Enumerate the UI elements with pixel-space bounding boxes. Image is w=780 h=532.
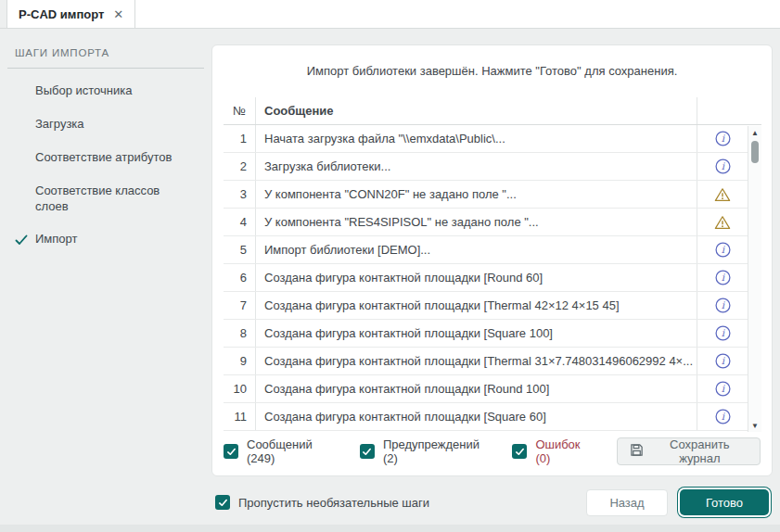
checkbox-checked-icon bbox=[215, 495, 230, 510]
vertical-scrollbar[interactable]: ▲ ▼ bbox=[748, 126, 761, 432]
warning-icon bbox=[714, 187, 731, 202]
row-status-cell bbox=[697, 209, 748, 235]
svg-text:i: i bbox=[721, 244, 725, 255]
row-number: 1 bbox=[224, 125, 256, 152]
sidebar-item-step-2[interactable]: Загрузка bbox=[15, 117, 202, 133]
sidebar-item-step-1[interactable]: Выбор источника bbox=[15, 83, 202, 99]
row-number: 10 bbox=[224, 375, 256, 402]
sidebar-item-step-4[interactable]: Соответствие классов слоев bbox=[15, 184, 202, 215]
table-row[interactable]: 2 Загрузка библиотеки... i bbox=[224, 153, 761, 181]
save-log-label: Сохранить журнал bbox=[652, 437, 748, 465]
window-bottom-edge bbox=[0, 525, 780, 532]
filter-label: Ошибок (0) bbox=[535, 437, 592, 465]
info-icon: i bbox=[715, 242, 731, 258]
filter-label: Предупреждений (2) bbox=[383, 437, 489, 465]
table-row[interactable]: 8 Создана фигура контактной площадки [Sq… bbox=[224, 320, 761, 348]
table-row[interactable]: 11 Создана фигура контактной площадки [S… bbox=[224, 403, 761, 431]
row-message: Создана фигура контактной площадки [Squa… bbox=[256, 320, 697, 347]
save-log-button[interactable]: Сохранить журнал bbox=[617, 437, 761, 465]
tab-title: P-CAD импорт bbox=[19, 7, 104, 21]
table-row[interactable]: 7 Создана фигура контактной площадки [Th… bbox=[224, 292, 761, 320]
info-icon: i bbox=[715, 298, 731, 313]
column-header-num: № bbox=[224, 97, 256, 124]
finish-button[interactable]: Готово bbox=[680, 489, 769, 515]
row-status-cell: i bbox=[697, 320, 748, 347]
row-message: У компонента "RES4SIPISOL" не задано пол… bbox=[256, 209, 697, 235]
info-icon: i bbox=[715, 381, 731, 397]
row-number: 7 bbox=[224, 292, 256, 319]
row-number: 11 bbox=[224, 403, 256, 430]
table-body: 1 Начата загрузка файла "\\emxdata\Publi… bbox=[224, 125, 761, 431]
table-row[interactable]: 3 У компонента "CONN20F" не задано поле … bbox=[224, 181, 761, 209]
step-done-icon bbox=[15, 234, 28, 246]
svg-text:i: i bbox=[721, 160, 725, 171]
info-icon: i bbox=[715, 131, 731, 146]
row-message: Создана фигура контактной площадки [Roun… bbox=[256, 264, 697, 291]
row-status-cell: i bbox=[697, 403, 748, 430]
row-message: Создана фигура контактной площадки [Roun… bbox=[256, 375, 697, 402]
checkbox-checked-icon bbox=[224, 444, 238, 459]
row-message: Создана фигура контактной площадки [Ther… bbox=[256, 348, 697, 374]
svg-text:i: i bbox=[721, 299, 725, 310]
status-message: Импорт библиотеки завершён. Нажмите "Гот… bbox=[212, 64, 772, 78]
checkbox-checked-icon bbox=[512, 444, 527, 459]
row-status-cell: i bbox=[697, 375, 748, 402]
table-row[interactable]: 4 У компонента "RES4SIPISOL" не задано п… bbox=[224, 209, 761, 236]
row-number: 3 bbox=[224, 181, 256, 208]
scrollbar-thumb[interactable] bbox=[751, 141, 759, 163]
filter-checkbox-2[interactable]: Предупреждений (2) bbox=[360, 437, 489, 465]
row-number: 9 bbox=[224, 348, 256, 374]
info-icon: i bbox=[715, 353, 731, 369]
floppy-icon bbox=[630, 443, 644, 460]
scroll-up-icon[interactable]: ▲ bbox=[748, 126, 761, 139]
row-status-cell bbox=[697, 181, 748, 208]
svg-text:i: i bbox=[721, 355, 725, 366]
table-row[interactable]: 6 Создана фигура контактной площадки [Ro… bbox=[224, 264, 761, 292]
table-row[interactable]: 1 Начата загрузка файла "\\emxdata\Publi… bbox=[224, 125, 761, 153]
checkbox-checked-icon bbox=[360, 444, 375, 459]
info-icon: i bbox=[715, 325, 731, 341]
close-icon[interactable]: ✕ bbox=[113, 8, 123, 20]
column-header-message: Сообщение bbox=[256, 97, 697, 124]
row-number: 8 bbox=[224, 320, 256, 347]
row-status-cell: i bbox=[697, 153, 748, 180]
message-table: № Сообщение 1 Начата загрузка файла "\\e… bbox=[224, 97, 761, 431]
row-status-cell: i bbox=[697, 264, 748, 291]
table-row[interactable]: 10 Создана фигура контактной площадки [R… bbox=[224, 375, 761, 403]
row-message: Загрузка библиотеки... bbox=[256, 153, 697, 180]
row-number: 2 bbox=[224, 153, 256, 180]
wizard-footer: Пропустить необязательные шаги Назад Гот… bbox=[215, 486, 772, 519]
back-button[interactable]: Назад bbox=[586, 489, 668, 516]
import-log-panel: Импорт библиотеки завершён. Нажмите "Гот… bbox=[211, 44, 773, 476]
row-message: Начата загрузка файла "\\emxdata\Public\… bbox=[256, 125, 697, 152]
column-header-status bbox=[697, 97, 748, 124]
info-icon: i bbox=[715, 270, 731, 285]
tab-strip-edge bbox=[0, 0, 7, 28]
tab-pcad-import[interactable]: P-CAD импорт ✕ bbox=[7, 0, 135, 28]
svg-text:i: i bbox=[721, 411, 725, 422]
table-row[interactable]: 5 Импорт библиотеки [DEMO]... i bbox=[224, 236, 761, 264]
filter-checkbox-3[interactable]: Ошибок (0) bbox=[512, 437, 592, 465]
scroll-down-icon[interactable]: ▼ bbox=[748, 419, 761, 432]
svg-text:i: i bbox=[721, 272, 725, 283]
tab-strip: P-CAD импорт ✕ bbox=[0, 0, 780, 29]
row-message: Импорт библиотеки [DEMO]... bbox=[256, 236, 697, 263]
sidebar-item-label: Импорт bbox=[35, 232, 77, 247]
skip-label: Пропустить необязательные шаги bbox=[238, 496, 429, 510]
svg-text:i: i bbox=[721, 383, 725, 394]
sidebar-item-step-5[interactable]: Импорт bbox=[15, 232, 202, 249]
sidebar-item-label: Загрузка bbox=[35, 117, 84, 133]
sidebar-divider bbox=[7, 68, 204, 69]
row-status-cell: i bbox=[697, 348, 748, 374]
filter-checkbox-1[interactable]: Сообщений (249) bbox=[224, 437, 336, 465]
warning-icon bbox=[714, 215, 731, 230]
info-icon: i bbox=[715, 409, 731, 424]
sidebar-header: ШАГИ ИМПОРТА bbox=[15, 47, 202, 58]
skip-optional-steps-checkbox[interactable]: Пропустить необязательные шаги bbox=[215, 495, 429, 510]
sidebar-item-step-3[interactable]: Соответствие атрибутов bbox=[15, 150, 202, 166]
row-message: Создана фигура контактной площадки [Ther… bbox=[256, 292, 697, 319]
sidebar-items: Выбор источника Загрузка Соответствие ат… bbox=[15, 83, 202, 249]
table-row[interactable]: 9 Создана фигура контактной площадки [Th… bbox=[224, 348, 761, 375]
row-status-cell: i bbox=[697, 125, 748, 152]
info-icon: i bbox=[715, 158, 731, 174]
